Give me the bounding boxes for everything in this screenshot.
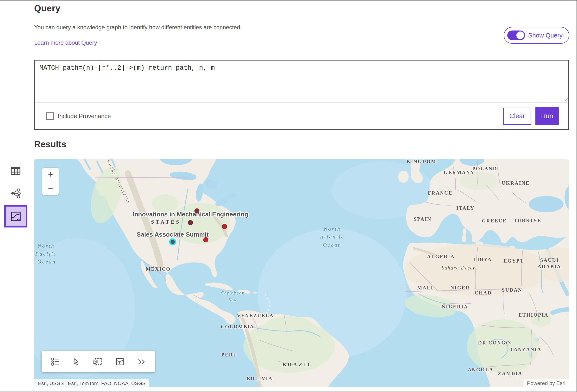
entity-point-selected[interactable] (169, 238, 176, 245)
cursor-icon (73, 358, 80, 366)
toggle-knob (516, 32, 524, 39)
map-icon (11, 211, 21, 222)
entity-point[interactable] (188, 220, 193, 225)
table-icon (11, 166, 20, 175)
entity-label-innovations-in-mechanical-engineering: Innovations in Mechanical Engineering (133, 211, 248, 218)
entity-point[interactable] (194, 208, 200, 214)
link-chart-icon (11, 189, 21, 198)
select-by-polygon-button[interactable] (114, 356, 126, 367)
entity-label-sales-associate-summit: Sales Associate Summit (137, 231, 209, 238)
page-title: Query (34, 3, 60, 13)
select-features-icon (93, 358, 103, 366)
query-input[interactable] (35, 61, 568, 103)
zoom-in-button[interactable]: + (42, 168, 59, 181)
legend-button[interactable] (49, 356, 61, 368)
clear-button[interactable]: Clear (503, 108, 531, 125)
run-button[interactable]: Run (535, 107, 559, 125)
map-zoom-control: + − (42, 168, 59, 195)
powered-by-esri: Powered by Esri (524, 379, 569, 387)
select-polygon-icon (116, 358, 124, 366)
learn-more-link[interactable]: Learn more about Query (34, 39, 97, 46)
view-table-button[interactable] (9, 164, 23, 178)
query-page: Query You can query a knowledge graph to… (0, 0, 577, 392)
view-map-button-selected[interactable] (4, 205, 27, 228)
double-chevron-right-icon (138, 358, 146, 365)
map-toolbar (42, 351, 155, 372)
select-tool-button[interactable] (72, 357, 81, 367)
toggle-switch-icon[interactable] (507, 31, 525, 40)
map-attribution: Esri, USGS | Esri, TomTom, FAO, NOAA, US… (34, 379, 149, 387)
select-features-button[interactable] (91, 356, 104, 367)
query-actions-row: Include Provenance Clear Run (35, 103, 568, 129)
legend-icon (51, 357, 60, 366)
page-description: You can query a knowledge graph to ident… (34, 24, 242, 31)
include-provenance-checkbox[interactable] (46, 112, 54, 120)
view-link-chart-button[interactable] (9, 186, 23, 200)
query-editor-panel: Include Provenance Clear Run (34, 60, 569, 130)
more-tools-button[interactable] (136, 357, 147, 366)
show-query-label: Show Query (528, 32, 563, 39)
show-query-toggle[interactable]: Show Query (504, 27, 569, 44)
results-title: Results (34, 139, 66, 149)
include-provenance-label: Include Provenance (58, 113, 111, 120)
results-map[interactable]: Rocky MountainsNorthPacificOceanNorthAtl… (34, 159, 569, 387)
zoom-out-button[interactable]: − (42, 181, 59, 195)
entity-point[interactable] (203, 237, 209, 242)
entity-point[interactable] (222, 224, 227, 229)
